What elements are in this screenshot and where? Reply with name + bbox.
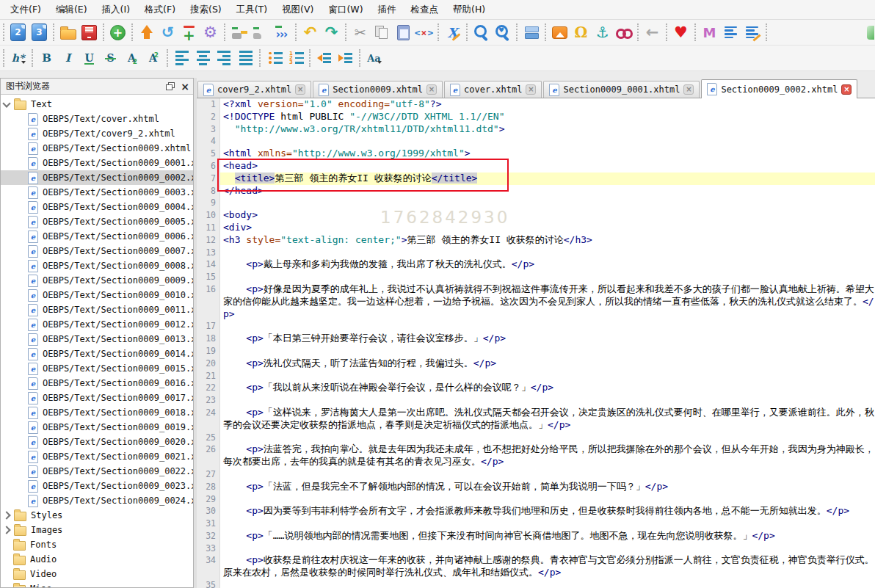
tree-file-row[interactable]: eOEBPS/Text/Section0009_0020.xhtml	[1, 435, 193, 449]
strikethrough-icon[interactable]: S	[101, 48, 120, 68]
outdent-icon[interactable]	[314, 48, 334, 68]
save-icon[interactable]	[79, 23, 99, 43]
bold-icon[interactable]: B	[37, 48, 57, 68]
tab-cover.xhtml[interactable]: ecover.xhtml×	[444, 81, 542, 98]
cut-icon[interactable]: ✂	[350, 23, 370, 43]
chevron-right-icon[interactable]	[2, 511, 10, 519]
insert-link-icon[interactable]	[614, 23, 633, 43]
menu-item[interactable]: 帮助(H)	[446, 1, 493, 18]
menu-item[interactable]: 工具(T)	[229, 1, 275, 18]
subscript-icon[interactable]: A	[122, 48, 142, 68]
tree-file-row[interactable]: eOEBPS/Text/Section0009_0012.xhtml	[1, 317, 193, 332]
chevron-down-icon[interactable]	[2, 99, 10, 107]
tab-Section0009_0002.xhtml[interactable]: eSection0009_0002.xhtml×	[701, 79, 857, 98]
numbered-list-icon[interactable]	[286, 48, 305, 68]
indent-icon[interactable]	[335, 48, 355, 68]
mark-pencil-icon[interactable]	[229, 23, 249, 43]
underline-icon[interactable]: U	[79, 48, 99, 68]
new-epub2-icon[interactable]: 2	[8, 23, 28, 43]
bullet-list-icon[interactable]	[264, 48, 284, 68]
align-right-icon[interactable]	[214, 48, 234, 68]
reload-icon[interactable]: ↺	[158, 23, 178, 43]
tab-close-icon[interactable]: ×	[526, 84, 536, 95]
tree-file-row[interactable]: eOEBPS/Text/Section0009_0008.xhtml	[1, 258, 193, 273]
tree-file-row[interactable]: eOEBPS/Text/Section0009_0011.xhtml	[1, 302, 193, 317]
tree-file-row[interactable]: eOEBPS/Text/Section0009_0006.xhtml	[1, 229, 193, 244]
remove-tags-icon[interactable]: ×	[414, 23, 434, 43]
chevron-right-icon[interactable]	[2, 526, 10, 534]
tree-file-row[interactable]: eOEBPS/Text/cover.xhtml	[1, 112, 193, 126]
redo-icon[interactable]: ↷	[322, 23, 341, 43]
menu-item[interactable]: 视图(V)	[275, 1, 321, 18]
code-editor[interactable]: 1<?xml version="1.0" encoding="utf-8"?>2…	[197, 98, 875, 588]
tree-file-row[interactable]: eOEBPS/Text/Section0009.xhtml	[1, 141, 193, 156]
anchor-icon[interactable]: ⚓	[592, 23, 612, 43]
float-panel-icon[interactable]	[166, 82, 175, 90]
mark-block-icon[interactable]	[250, 23, 270, 43]
italic-icon[interactable]: I	[58, 48, 78, 68]
donate-icon[interactable]: ♥	[671, 23, 691, 43]
menu-item[interactable]: 窗口(W)	[321, 1, 370, 18]
open-folder-icon[interactable]	[58, 23, 78, 43]
tree-file-row[interactable]: eOEBPS/Text/Section0009_0009.xhtml	[1, 273, 193, 288]
add-file-icon[interactable]: +	[108, 23, 128, 43]
tree-folder-row[interactable]: Text	[1, 97, 193, 112]
tree-file-row[interactable]: eOEBPS/Text/Section0009_0017.xhtml	[1, 391, 193, 405]
menu-item[interactable]: 插件	[371, 1, 404, 18]
tree-file-row[interactable]: eOEBPS/Text/Section0009_0004.xhtml	[1, 200, 193, 214]
tab-close-icon[interactable]: ×	[683, 84, 694, 95]
tree-file-row[interactable]: eOEBPS/Text/Section0009_0018.xhtml	[1, 405, 193, 420]
tab-Section0009_0001.xhtml[interactable]: eSection0009_0001.xhtml×	[543, 81, 700, 98]
add-checkpoint-icon[interactable]: +	[179, 23, 199, 43]
menu-item[interactable]: 检查点	[404, 1, 446, 18]
align-justify-icon[interactable]	[236, 48, 255, 68]
menu-item[interactable]: 插入(I)	[95, 1, 137, 18]
tree-file-row[interactable]: eOEBPS/Text/Section0009_0021.xhtml	[1, 449, 193, 464]
tree-folder-row[interactable]: Images	[1, 523, 193, 537]
back-icon[interactable]: ←	[642, 23, 662, 43]
tree-file-row[interactable]: eOEBPS/Text/Section0009_0022.xhtml	[1, 464, 193, 479]
upload-icon[interactable]	[137, 23, 156, 43]
special-character-icon[interactable]: Ω	[571, 23, 591, 43]
menu-item[interactable]: 文件(F)	[3, 1, 48, 18]
tree-file-row[interactable]: eOEBPS/Text/Section0009_0001.xhtml	[1, 156, 193, 170]
tree-file-row[interactable]: eOEBPS/Text/cover9_2.xhtml	[1, 126, 193, 141]
tree-folder-row[interactable]: Video	[1, 567, 193, 581]
tree-file-row[interactable]: eOEBPS/Text/Section0009_0007.xhtml	[1, 244, 193, 258]
tree-file-row[interactable]: eOEBPS/Text/Section0009_0023.xhtml	[1, 479, 193, 493]
xml-edit-icon[interactable]: X	[443, 23, 462, 43]
insert-image-icon[interactable]	[550, 23, 570, 43]
metadata-editor-icon[interactable]: M	[700, 23, 719, 43]
change-case-icon[interactable]: Aa	[364, 48, 384, 68]
new-epub3-icon[interactable]: 3	[29, 23, 49, 43]
align-center-icon[interactable]	[193, 48, 213, 68]
tree-file-row[interactable]: eOEBPS/Text/Section0009_0015.xhtml	[1, 361, 193, 376]
tab-close-icon[interactable]: ×	[841, 84, 852, 95]
tab-close-icon[interactable]: ×	[426, 84, 437, 95]
tab-cover9_2.xhtml[interactable]: ecover9_2.xhtml×	[197, 81, 311, 98]
clipped-icon[interactable]	[867, 23, 874, 43]
split-at-cursor-icon[interactable]	[521, 23, 541, 43]
copy-icon[interactable]	[371, 23, 391, 43]
menu-item[interactable]: 格式(F)	[137, 1, 183, 18]
menu-item[interactable]: 编辑(E)	[48, 1, 95, 18]
tree-file-row[interactable]: eOEBPS/Text/Section0009_0013.xhtml	[1, 332, 193, 346]
tab-close-icon[interactable]: ×	[295, 84, 305, 95]
tree-file-row[interactable]: eOEBPS/Text/Section0009_0016.xhtml	[1, 376, 193, 391]
heading-style-icon[interactable]: h*	[8, 48, 28, 68]
menu-item[interactable]: 搜索(S)	[183, 1, 229, 18]
tree-folder-row[interactable]: Misc	[1, 581, 193, 587]
edit-toc-icon[interactable]	[742, 23, 762, 43]
mark-forward-icon[interactable]: ›››	[272, 23, 291, 43]
tree-file-row[interactable]: eOEBPS/Text/Section0009_0019.xhtml	[1, 420, 193, 435]
tree-folder-row[interactable]: Fonts	[1, 537, 193, 552]
tree-folder-row[interactable]: Audio	[1, 552, 193, 567]
tree-file-row[interactable]: eOEBPS/Text/Section0009_0024.xhtml	[1, 493, 193, 508]
find-icon[interactable]	[471, 23, 491, 43]
paste-icon[interactable]	[393, 23, 413, 43]
tree-folder-row[interactable]: Styles	[1, 508, 193, 523]
close-panel-icon[interactable]: ×	[181, 81, 189, 92]
settings-icon[interactable]: ⚙	[200, 23, 220, 43]
undo-icon[interactable]: ↶	[300, 23, 320, 43]
tab-Section0009.xhtml[interactable]: eSection0009.xhtml×	[313, 81, 443, 98]
